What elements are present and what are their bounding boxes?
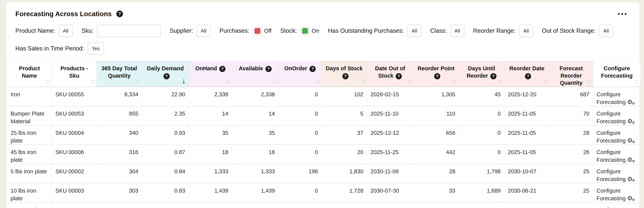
page-title: Forecasting Across Locations <box>16 10 112 18</box>
cell-days-until-reorder: 1,798 <box>459 164 504 183</box>
cell-onorder: 0 <box>278 106 322 125</box>
cell-onhand: 1,439 <box>189 183 232 202</box>
cell-reorder-date: 2025-12-20 <box>504 87 550 106</box>
ellipsis-menu-icon[interactable] <box>616 11 628 17</box>
column-header-onhand[interactable]: OnHand?↓↑ <box>189 61 232 87</box>
column-header-daily-demand[interactable]: Daily Demand?↓ <box>142 61 189 87</box>
has-sales-in-time-period-filter-button[interactable]: Yes <box>88 42 104 55</box>
column-header-reorder-date[interactable]: Reorder Date?↓↑ <box>504 61 550 87</box>
cell-forecast-reorder-quantity: 70 <box>550 106 593 125</box>
question-circle-icon[interactable]: ? <box>396 73 402 79</box>
sku-filter-group: Sku: <box>82 25 161 37</box>
column-header-days-of-stock[interactable]: Days of Stock?↓↑ <box>322 61 367 87</box>
ellipsis-dot <box>621 13 623 15</box>
column-header-onorder[interactable]: OnOrder?↓↑ <box>278 61 322 87</box>
cell-products-sku: SKU 00052 <box>52 202 97 208</box>
cell-configure-forecasting[interactable]: Configure Forecasting⚙⚙ <box>593 125 641 145</box>
column-header-date-out-of-stock[interactable]: Date Out ofStock?↓↑ <box>367 61 413 87</box>
cell-configure-forecasting[interactable]: Configure Forecasting⚙⚙ <box>593 87 641 106</box>
sort-icon: ↓↑ <box>360 78 364 85</box>
configure-forecasting-link[interactable]: Configure Forecasting <box>596 149 626 163</box>
sort-desc-icon: ↓ <box>182 77 186 85</box>
column-header-label: Product <box>9 65 50 72</box>
class-filter-group: Class:All <box>430 25 464 37</box>
cell-configure-forecasting[interactable]: Configure Forecasting⚙⚙ <box>593 164 641 183</box>
sort-icon: ↓↑ <box>226 78 230 85</box>
forecasting-table: ProductName↓↑Products -Sku↓↑365 Day Tota… <box>7 61 641 208</box>
gears-icon: ⚙⚙ <box>627 99 633 105</box>
question-circle-icon[interactable]: ? <box>266 66 272 72</box>
cell-365-day-total-quantity: 303 <box>97 183 142 202</box>
question-circle-icon[interactable]: ? <box>434 73 440 79</box>
column-header-available[interactable]: Available?↓↑ <box>232 61 278 87</box>
configure-forecasting-link[interactable]: Configure Forecasting <box>596 91 626 105</box>
table-header-row: ProductName↓↑Products -Sku↓↑365 Day Tota… <box>7 61 641 87</box>
product-name-filter-group: Product Name:All <box>16 25 73 37</box>
cell-product-name: Iron <box>7 87 52 106</box>
column-header-days-until-reorder[interactable]: Days UntilReorder?↓↑ <box>459 61 504 87</box>
cell-date-out-of-stock: 2030-11-09 <box>367 164 413 183</box>
reorder-range-filter-button[interactable]: All <box>519 25 533 37</box>
cell-forecast-reorder-quantity: 687 <box>550 87 593 106</box>
column-header-products-sku[interactable]: Products -Sku↓↑ <box>52 61 97 87</box>
question-circle-icon[interactable]: ? <box>310 66 316 72</box>
cell-onhand: 35 <box>189 125 232 145</box>
cell-configure-forecasting[interactable]: Configure Forecasting⚙⚙ <box>593 202 641 208</box>
cell-date-out-of-stock: 2025-11-10 <box>367 106 413 125</box>
configure-forecasting-link[interactable]: Configure Forecasting <box>596 168 626 182</box>
column-header-label: Products - <box>54 65 95 72</box>
question-circle-icon[interactable]: ? <box>490 73 496 79</box>
cell-daily-demand: 0.83 <box>142 183 189 202</box>
column-header-forecast-reorder-quantity[interactable]: ForecastReorderQuantity↓↑ <box>550 61 593 87</box>
table-row: 5 lbs iron plateSKU 000023040.841,3331,3… <box>7 164 641 183</box>
cell-date-out-of-stock: 2030-07-30 <box>367 183 413 202</box>
cell-reorder-point: 32 <box>413 202 459 208</box>
sort-icon: ↓↑ <box>498 78 502 85</box>
cell-available: 2,338 <box>232 87 278 106</box>
stock-toggle[interactable] <box>300 26 310 36</box>
sort-icon: ↓↑ <box>452 78 456 85</box>
configure-forecasting-link[interactable]: Configure Forecasting <box>596 130 626 144</box>
configure-forecasting-link[interactable]: Configure Forecasting <box>596 207 626 208</box>
sort-icon: ↓↑ <box>315 78 319 85</box>
reorder-range-filter-label: Reorder Range: <box>473 27 516 34</box>
table-row: IronSKU 000558,33422.902,3382,3380102202… <box>7 87 641 106</box>
cell-daily-demand: 22.90 <box>142 87 189 106</box>
column-header-365-day-total-quantity[interactable]: 365 Day TotalQuantity↓↑ <box>97 61 142 87</box>
sort-icon: ↓↑ <box>407 78 411 85</box>
has-outstanding-purchases-filter-button[interactable]: All <box>408 25 422 37</box>
purchases-toggle[interactable] <box>253 26 262 36</box>
question-circle-icon[interactable]: ? <box>116 11 123 17</box>
has-sales-in-time-period-filter-group: Has Sales in Time Period:Yes <box>16 42 104 55</box>
column-header-label: OnHand? <box>190 65 230 72</box>
cell-configure-forecasting[interactable]: Configure Forecasting⚙⚙ <box>593 183 641 202</box>
question-circle-icon[interactable]: ? <box>164 73 170 79</box>
cell-days-until-reorder: 0 <box>459 106 504 125</box>
cell-reorder-date: 2029-03-04 <box>504 202 550 208</box>
configure-forecasting-link[interactable]: Configure Forecasting <box>596 187 626 201</box>
column-header-label: Quantity <box>551 79 591 87</box>
cell-365-day-total-quantity: 304 <box>97 164 142 183</box>
column-header-configure-forecasting[interactable]: ConfigureForecasting↓↑ <box>593 61 641 87</box>
column-header-product-name[interactable]: ProductName↓↑ <box>7 61 52 87</box>
question-circle-icon[interactable]: ? <box>342 73 348 79</box>
column-header-label: Stock? <box>368 72 412 80</box>
supplier-filter-button[interactable]: All <box>196 25 211 37</box>
ellipsis-dot <box>625 13 626 15</box>
question-circle-icon[interactable]: ? <box>219 66 226 72</box>
purchases-filter-label: Purchases: <box>220 27 249 34</box>
cell-onhand: 2,338 <box>189 87 232 106</box>
has-outstanding-purchases-filter-group: Has Outstanding Purchases:All <box>328 25 422 37</box>
out-of-stock-range-filter-button[interactable]: All <box>599 25 613 37</box>
purchases-toggle-indicator <box>254 28 260 34</box>
cell-onorder: 0 <box>278 87 322 106</box>
column-header-reorder-point[interactable]: Reorder Point?↓↑ <box>413 61 459 87</box>
cell-configure-forecasting[interactable]: Configure Forecasting⚙⚙ <box>593 145 641 164</box>
cell-forecast-reorder-quantity: 25 <box>550 183 593 202</box>
configure-forecasting-link[interactable]: Configure Forecasting <box>596 111 626 124</box>
product-name-filter-button[interactable]: All <box>59 25 73 37</box>
cell-configure-forecasting[interactable]: Configure Forecasting⚙⚙ <box>593 106 641 125</box>
sku-filter-input[interactable] <box>97 25 161 37</box>
question-circle-icon[interactable]: ? <box>525 73 531 79</box>
class-filter-button[interactable]: All <box>450 25 464 37</box>
